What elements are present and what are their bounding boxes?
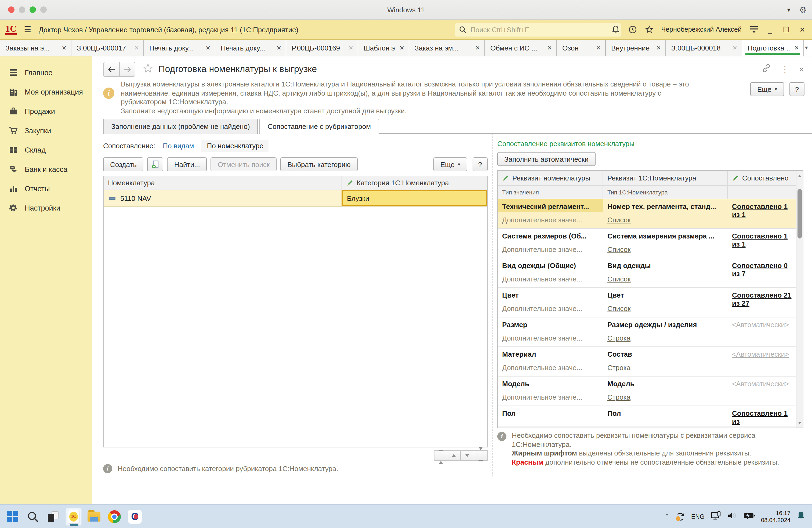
mapped-status-link[interactable]: Сопоставлено 21 из 27: [732, 291, 792, 307]
notifications-bell-icon[interactable]: [611, 25, 621, 34]
window-tab[interactable]: З.00ЦБ-000017 ✕: [71, 40, 144, 56]
window-tab[interactable]: З.00ЦБ-000018 ✕: [666, 40, 742, 56]
window-tab[interactable]: Печать доку... ✕: [144, 40, 215, 56]
tab-close-icon[interactable]: ✕: [206, 44, 211, 51]
attribute-1c-name[interactable]: Состав: [603, 347, 728, 359]
history-icon[interactable]: [628, 25, 637, 34]
mapped-status-link[interactable]: <Автоматически>: [732, 321, 789, 329]
attribute-1c-name[interactable]: Вид одежды: [603, 258, 728, 271]
mapped-status-link[interactable]: Сопоставлено 1 из 1: [732, 232, 787, 248]
vm-settings-gear-icon[interactable]: ⚙: [799, 4, 807, 15]
mapped-status-link[interactable]: Сопоставлено 1 из 1: [732, 202, 787, 219]
mapping-by-nomenclature-toggle[interactable]: По номенклатуре: [202, 139, 269, 152]
attribute-name[interactable]: Размер: [498, 317, 603, 330]
tab-data-filling[interactable]: Заполнение данных (проблем не найдено): [103, 119, 258, 134]
sidebar-item-main[interactable]: Главное: [0, 63, 92, 82]
back-button[interactable]: [104, 62, 119, 76]
tab-close-icon[interactable]: ✕: [656, 44, 661, 51]
taskbar-1c-app-active[interactable]: 1С: [66, 507, 82, 526]
window-tab[interactable]: Заказ на эм... ✕: [409, 40, 485, 56]
display-tray-icon[interactable]: [710, 511, 721, 522]
tab-close-icon[interactable]: ✕: [733, 44, 737, 51]
choose-category-button[interactable]: Выбрать категорию: [280, 157, 358, 171]
attribute-1c-name[interactable]: Номер тех. регламента, станд...: [603, 199, 728, 212]
app-restore-icon[interactable]: ❐: [782, 26, 791, 33]
tab-close-icon[interactable]: ✕: [134, 44, 139, 51]
attribute-name[interactable]: Вид одежды (Общие): [498, 258, 603, 271]
attribute-1c-name[interactable]: Пол: [603, 406, 728, 418]
sidebar-item-organization[interactable]: Моя организация: [0, 82, 92, 101]
attribute-row-group[interactable]: Система размеров (Об... Система измерени…: [498, 229, 796, 258]
language-indicator[interactable]: ENG: [691, 513, 705, 520]
battery-tray-icon[interactable]: [743, 512, 755, 521]
attribute-row-group[interactable]: Размер Размер одежды / изделия <Автомати…: [498, 317, 796, 347]
column-header-nomenclature[interactable]: Номенклатура: [104, 176, 342, 190]
go-up-button[interactable]: [447, 450, 461, 461]
mapped-status-link[interactable]: <Автоматически>: [732, 350, 789, 358]
sidebar-item-warehouse[interactable]: Склад: [0, 140, 92, 159]
window-tab[interactable]: Заказы на э... ✕: [0, 40, 71, 56]
sidebar-item-reports[interactable]: Отчеты: [0, 179, 92, 198]
attribute-name[interactable]: Модель: [498, 376, 603, 389]
form-more-button[interactable]: Еще▾: [750, 82, 784, 96]
column-header-mapped[interactable]: Сопоставлено: [728, 171, 803, 185]
chrome-button[interactable]: [106, 509, 122, 525]
attribute-name[interactable]: Пол: [498, 406, 603, 418]
column-header-category[interactable]: Категория 1С:Номенклатура: [342, 176, 487, 190]
current-user[interactable]: Чернобережский Алексей: [661, 26, 742, 33]
service-menu-icon[interactable]: [749, 25, 758, 34]
attribute-name[interactable]: Материал: [498, 347, 603, 359]
tab-close-icon[interactable]: ✕: [475, 44, 480, 51]
app-close-icon[interactable]: ✕: [798, 26, 807, 33]
window-tab[interactable]: Р.00ЦБ-000169 ✕: [286, 40, 358, 56]
search-input[interactable]: [469, 25, 617, 34]
notification-bell-icon[interactable]: [796, 511, 806, 522]
window-tab[interactable]: Печать доку... ✕: [215, 40, 286, 56]
attribute-row-group[interactable]: Пол Пол Сопоставлено 1 из: [498, 406, 796, 427]
tab-close-icon[interactable]: ✕: [62, 44, 67, 51]
window-tab[interactable]: Шаблон этик... ✕: [358, 40, 409, 56]
task-view-button[interactable]: [45, 509, 61, 525]
column-header-attribute[interactable]: Реквизит номенклатуры: [498, 171, 603, 185]
fill-automatically-button[interactable]: Заполнить автоматически: [497, 152, 596, 166]
favorites-star-icon[interactable]: [645, 25, 654, 34]
volume-tray-icon[interactable]: [727, 511, 737, 522]
form-help-button[interactable]: ?: [789, 82, 804, 96]
scrollbar-thumb[interactable]: [798, 189, 802, 239]
attribute-row-group[interactable]: Вид одежды (Общие) Вид одежды Сопоставле…: [498, 258, 796, 288]
tray-expand-icon[interactable]: ⌃: [664, 513, 670, 520]
sidebar-item-sales[interactable]: Продажи: [0, 101, 92, 121]
attribute-1c-name[interactable]: Модель: [603, 376, 728, 389]
vertical-scrollbar[interactable]: [796, 171, 803, 428]
list-help-button[interactable]: ?: [473, 157, 488, 171]
sidebar-item-purchases[interactable]: Закупки: [0, 121, 92, 140]
mapped-status-link[interactable]: Сопоставлено 0 из 7: [732, 261, 787, 278]
main-menu-icon[interactable]: ☰: [24, 25, 31, 34]
go-down-button[interactable]: [461, 450, 474, 461]
app-minimize-icon[interactable]: _: [766, 26, 774, 33]
attribute-1c-name[interactable]: Размер одежды / изделия: [603, 317, 728, 330]
tab-close-icon[interactable]: ✕: [349, 44, 353, 51]
get-link-icon[interactable]: [762, 63, 771, 75]
close-form-icon[interactable]: ✕: [799, 65, 804, 73]
attribute-row-group[interactable]: Материал Состав <Автоматически> Дополнит…: [498, 347, 796, 376]
attribute-1c-name[interactable]: Система измерения размера ...: [603, 229, 728, 241]
value-type-link[interactable]: Список: [607, 245, 631, 254]
attribute-name[interactable]: Система размеров (Об...: [498, 229, 603, 241]
attribute-name[interactable]: Технический регламент...: [498, 199, 603, 212]
go-last-button[interactable]: [474, 450, 488, 461]
file-explorer-button[interactable]: [86, 509, 102, 525]
global-search[interactable]: [455, 23, 621, 36]
attribute-row-group[interactable]: Модель Модель <Автоматически> Дополнител…: [498, 376, 796, 406]
window-tab[interactable]: Подготовка ... ✕: [742, 40, 804, 56]
tab-close-icon[interactable]: ✕: [277, 44, 281, 51]
list-more-button[interactable]: Еще▾: [433, 157, 467, 171]
tab-rubricator-mapping[interactable]: Сопоставление с рубрикатором: [260, 119, 379, 134]
taskbar-search-button[interactable]: [25, 509, 41, 525]
value-type-link[interactable]: Список: [607, 275, 631, 283]
attribute-row-group[interactable]: Цвет Цвет Сопоставлено 21 из 27 Дополнит…: [498, 288, 796, 317]
value-type-link[interactable]: Строка: [607, 363, 630, 372]
value-type-link[interactable]: Список: [607, 304, 631, 313]
tab-close-icon[interactable]: ✕: [547, 44, 552, 51]
attribute-name[interactable]: Цвет: [498, 288, 603, 300]
